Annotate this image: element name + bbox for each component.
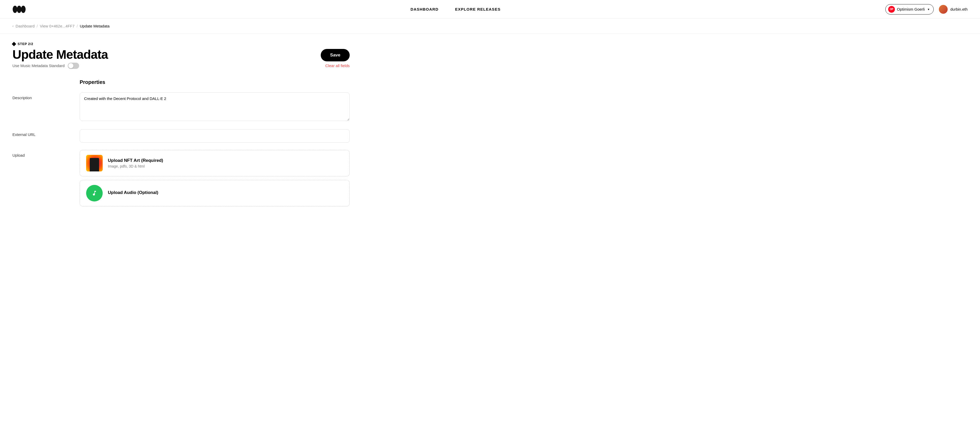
upload-label: Upload — [13, 150, 80, 157]
logo[interactable] — [13, 4, 26, 14]
nav-links: DASHBOARD EXPLORE RELEASES — [410, 7, 501, 11]
save-button[interactable]: Save — [321, 49, 350, 61]
upload-control: Upload NFT Art (Required) Image, pdfs, 3… — [80, 150, 350, 210]
main-content: STEP 2/2 Update Metadata Save Use Music … — [0, 34, 362, 239]
network-selector[interactable]: OP Optimism Goerli ▾ — [885, 4, 934, 14]
clear-all-link[interactable]: Clear all fields — [325, 64, 350, 68]
upload-row: Upload Upload NFT Art (Required) Image, … — [13, 150, 350, 210]
upload-audio-info: Upload Audio (Optional) — [108, 190, 158, 196]
external-url-label: External URL — [13, 129, 80, 137]
avatar — [939, 5, 948, 14]
upload-nft-subtitle: Image, pdfs, 3D & html — [108, 164, 163, 168]
navbar: DASHBOARD EXPLORE RELEASES OP Optimism G… — [0, 0, 980, 19]
page-header-row: Update Metadata Save — [13, 48, 350, 62]
nav-explore[interactable]: EXPLORE RELEASES — [455, 7, 501, 11]
subtitle-row: Use Music Metadata Standard Clear all fi… — [13, 63, 350, 69]
breadcrumb: ‹ Dashboard / View 0×462e...4FF7 / Updat… — [0, 19, 980, 34]
description-control — [80, 93, 350, 122]
nav-dashboard[interactable]: DASHBOARD — [410, 7, 438, 11]
upload-nft-title: Upload NFT Art (Required) — [108, 158, 163, 163]
user-menu[interactable]: durbin.eth — [939, 5, 967, 14]
description-label: Description — [13, 93, 80, 100]
svg-point-2 — [21, 6, 25, 13]
breadcrumb-dashboard[interactable]: Dashboard — [16, 24, 34, 28]
breadcrumb-separator: / — [37, 24, 38, 28]
network-label: Optimism Goerli — [897, 7, 925, 11]
music-meta-label: Use Music Metadata Standard — [13, 64, 65, 68]
breadcrumb-current: Update Metadata — [80, 24, 110, 28]
breadcrumb-separator-2: / — [76, 24, 78, 28]
toggle-knob — [68, 63, 73, 69]
description-input[interactable] — [80, 93, 350, 121]
audio-upload-icon — [86, 185, 103, 201]
breadcrumb-view[interactable]: View 0×462e...4FF7 — [40, 24, 75, 28]
upload-nft-art-box[interactable]: Upload NFT Art (Required) Image, pdfs, 3… — [80, 150, 350, 176]
step-label: STEP 2/2 — [13, 42, 350, 46]
external-url-control — [80, 129, 350, 143]
diamond-icon — [12, 42, 16, 46]
network-icon: OP — [888, 6, 895, 13]
section-title: Properties — [13, 79, 350, 85]
svg-point-1 — [17, 6, 21, 13]
page-title: Update Metadata — [13, 48, 108, 62]
external-url-row: External URL — [13, 129, 350, 143]
upload-nft-info: Upload NFT Art (Required) Image, pdfs, 3… — [108, 158, 163, 168]
nft-art-thumbnail — [86, 155, 103, 171]
music-meta-toggle-row: Use Music Metadata Standard — [13, 63, 79, 69]
description-row: Description — [13, 93, 350, 122]
username: durbin.eth — [950, 7, 967, 11]
upload-audio-title: Upload Audio (Optional) — [108, 190, 158, 195]
nav-right: OP Optimism Goerli ▾ durbin.eth — [885, 4, 967, 14]
svg-point-0 — [13, 6, 18, 13]
upload-audio-box[interactable]: Upload Audio (Optional) — [80, 180, 350, 206]
music-meta-toggle[interactable] — [68, 63, 79, 69]
external-url-input[interactable] — [80, 129, 350, 143]
chevron-down-icon: ▾ — [928, 8, 929, 11]
back-chevron-icon: ‹ — [13, 24, 13, 28]
properties-section: Properties Description External URL Uplo… — [13, 79, 350, 210]
